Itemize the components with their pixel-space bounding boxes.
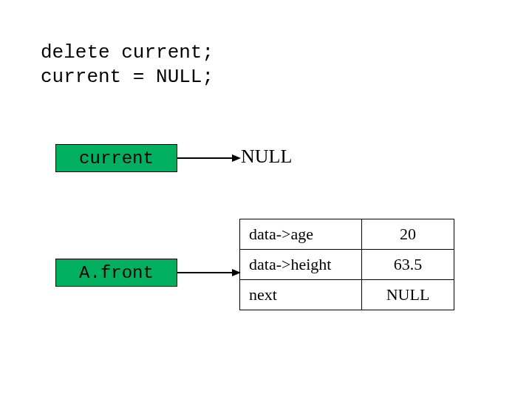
- arrow-current-to-null: [177, 151, 241, 166]
- code-line-1: delete current;: [41, 41, 214, 65]
- table-row: next NULL: [240, 280, 454, 310]
- svg-marker-1: [232, 154, 241, 162]
- null-text: NULL: [241, 146, 292, 168]
- node-field-label: data->height: [240, 250, 362, 280]
- table-row: data->height 63.5: [240, 250, 454, 280]
- node-field-label: data->age: [240, 219, 362, 250]
- pointer-box-current: current: [55, 144, 177, 172]
- arrow-afront-to-node: [177, 266, 241, 281]
- node-field-value: NULL: [362, 280, 454, 310]
- code-block: delete current; current = NULL;: [41, 41, 214, 89]
- pointer-box-afront: A.front: [55, 259, 177, 287]
- pointer-box-current-label: current: [79, 149, 154, 168]
- node-field-label: next: [240, 280, 362, 310]
- table-row: data->age 20: [240, 219, 454, 250]
- node-field-value: 63.5: [362, 250, 454, 280]
- pointer-box-afront-label: A.front: [79, 263, 154, 283]
- node-table: data->age 20 data->height 63.5 next NULL: [239, 219, 454, 310]
- node-field-value: 20: [362, 219, 454, 250]
- code-line-2: current = NULL;: [41, 65, 214, 89]
